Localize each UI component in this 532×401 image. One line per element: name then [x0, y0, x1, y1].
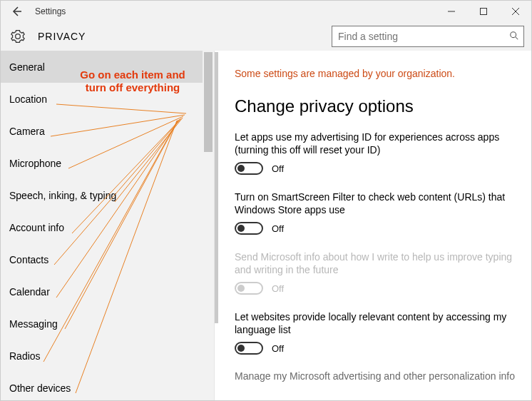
sidebar-item-label: Speech, inking, & typing — [9, 190, 116, 201]
sidebar-item-label: Radios — [9, 350, 41, 362]
svg-line-5 — [516, 36, 518, 39]
content-pane: Some settings are managed by your organi… — [215, 51, 531, 401]
page-heading: PRIVACY — [38, 31, 86, 42]
gear-icon — [11, 29, 25, 44]
sidebar-item-account-info[interactable]: Account info — [1, 211, 214, 243]
sidebar-item-general[interactable]: General — [1, 51, 214, 83]
sidebar-item-speech-inking-typing[interactable]: Speech, inking, & typing — [1, 179, 214, 211]
sidebar-item-other-devices[interactable]: Other devices — [1, 372, 214, 401]
toggle-advertising-id[interactable] — [235, 162, 263, 175]
sidebar-item-label: Messaging — [9, 318, 58, 330]
sidebar-scrollbar[interactable] — [203, 51, 214, 401]
svg-point-4 — [511, 31, 516, 37]
option-label: Turn on SmartScreen Filter to check web … — [235, 191, 516, 216]
sidebar-item-camera[interactable]: Camera — [1, 115, 214, 147]
sidebar-item-label: Calendar — [9, 286, 50, 298]
sidebar-item-messaging[interactable]: Messaging — [1, 308, 214, 340]
sidebar-item-radios[interactable]: Radios — [1, 340, 214, 372]
manage-ads-link[interactable]: Manage my Microsoft advertising and othe… — [235, 370, 516, 382]
option-label: Send Microsoft info about how I write to… — [235, 250, 516, 276]
toggle-smartscreen[interactable] — [235, 222, 263, 235]
sidebar-item-location[interactable]: Location — [1, 83, 214, 115]
minimize-button[interactable] — [435, 1, 467, 22]
scrollbar-thumb[interactable] — [204, 52, 213, 152]
search-box[interactable] — [332, 26, 524, 47]
search-input[interactable] — [338, 31, 509, 42]
sidebar-item-label: Microphone — [9, 158, 61, 169]
sidebar: General Location Camera Microphone Speec… — [1, 51, 215, 401]
maximize-icon — [479, 7, 488, 16]
option-advertising-id: Let apps use my advertising ID for exper… — [235, 131, 516, 175]
toggle-send-typing-info — [235, 282, 263, 295]
search-icon — [509, 31, 519, 43]
back-button[interactable] — [1, 1, 32, 22]
toggle-state: Off — [272, 223, 284, 234]
option-send-typing-info: Send Microsoft info about how I write to… — [235, 250, 516, 295]
close-button[interactable] — [499, 1, 531, 22]
option-label: Let apps use my advertising ID for exper… — [235, 131, 516, 156]
maximize-button[interactable] — [467, 1, 499, 22]
sidebar-item-label: Other devices — [9, 382, 71, 394]
toggle-state: Off — [272, 343, 284, 354]
sidebar-item-contacts[interactable]: Contacts — [1, 243, 214, 275]
sidebar-item-calendar[interactable]: Calendar — [1, 275, 214, 308]
settings-gear — [8, 26, 28, 46]
sidebar-item-label: Account info — [9, 222, 64, 233]
content-scrollbar[interactable] — [215, 51, 218, 401]
sidebar-item-label: Contacts — [9, 254, 48, 265]
option-smartscreen: Turn on SmartScreen Filter to check web … — [235, 191, 516, 235]
toggle-state: Off — [272, 163, 284, 174]
org-managed-notice: Some settings are managed by your organi… — [235, 68, 516, 79]
header-row: PRIVACY — [1, 22, 531, 51]
toggle-language-list[interactable] — [235, 342, 263, 355]
sidebar-item-label: Location — [9, 93, 47, 105]
window-title: Settings — [32, 6, 66, 16]
section-title: Change privacy options — [235, 96, 516, 116]
svg-rect-1 — [480, 9, 486, 15]
sidebar-item-label: Camera — [9, 126, 45, 137]
option-label: Let websites provide locally relevant co… — [235, 310, 516, 336]
titlebar: Settings — [1, 1, 531, 22]
back-arrow-icon — [10, 5, 23, 18]
sidebar-item-microphone[interactable]: Microphone — [1, 147, 214, 179]
toggle-state: Off — [272, 283, 284, 294]
sidebar-item-label: General — [9, 61, 45, 73]
scrollbar-thumb[interactable] — [215, 52, 218, 323]
option-language-list: Let websites provide locally relevant co… — [235, 310, 516, 355]
minimize-icon — [447, 7, 456, 16]
close-icon — [511, 7, 520, 16]
